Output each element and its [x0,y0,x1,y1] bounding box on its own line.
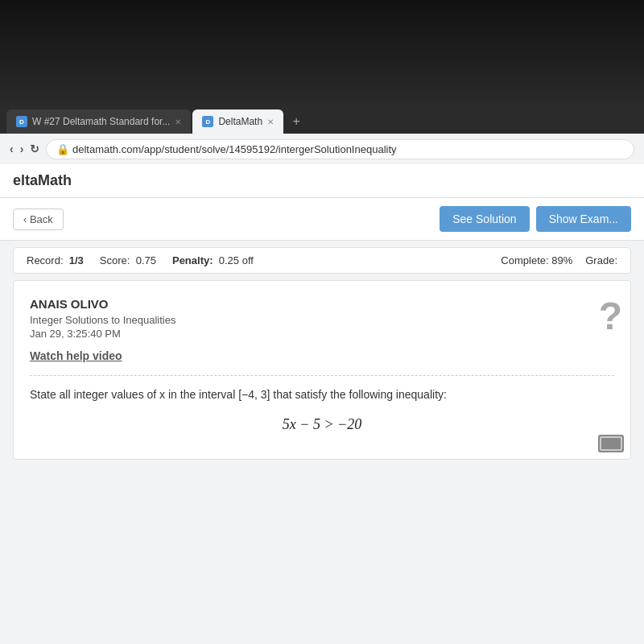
back-nav-button[interactable]: ‹ [10,142,14,155]
student-name: ANAIS OLIVO [30,297,614,311]
score-label: Score: [100,254,130,266]
tab-label-2: DeltaMath [218,116,262,127]
show-examples-button[interactable]: Show Exam... [536,206,631,232]
tab-close-1[interactable]: ✕ [175,118,181,126]
tab-label-1: W #27 Deltamath Standard for... [32,116,170,127]
toolbar: ‹ Back See Solution Show Exam... [0,198,644,241]
tab-favicon-2: D [202,116,213,127]
score-value: 0.75 [136,254,156,266]
problem-type: Integer Solutions to Inequalities [30,314,614,326]
site-title: eltaMath [13,172,72,188]
math-equation: 5x − 5 > −20 [30,416,614,433]
url-input[interactable]: 🔒 deltamath.com/app/student/solve/145951… [46,139,634,159]
see-solution-button[interactable]: See Solution [440,206,529,232]
back-button-label: ‹ Back [23,213,53,225]
back-button[interactable]: ‹ Back [13,208,64,230]
address-bar: ‹ › ↻ 🔒 deltamath.com/app/student/solve/… [0,134,644,164]
timestamp: Jan 29, 3:25:40 PM [30,328,614,340]
record-bar-left: Record: 1/3 Score: 0.75 Penalty: 0.25 of… [27,254,254,266]
tab-favicon-1: D [16,116,27,127]
watch-help-link[interactable]: Watch help video [30,349,614,362]
see-solution-label: See Solution [452,213,516,225]
new-tab-icon: + [292,114,299,129]
penalty-field: Penalty: 0.25 off [172,254,254,266]
site-header: eltaMath [0,164,644,198]
forward-nav-button[interactable]: › [20,142,24,155]
problem-text: State all integer values of x in the int… [30,386,614,403]
tab-close-2[interactable]: ✕ [267,118,274,126]
problem-card: ? ANAIS OLIVO Integer Solutions to Inequ… [13,280,631,460]
show-examples-label: Show Exam... [549,213,618,225]
keyboard-icon [598,435,624,452]
url-text: deltamath.com/app/student/solve/14595192… [72,143,397,155]
score-field: Score: 0.75 [100,254,156,266]
dark-background [0,0,644,105]
divider [30,375,614,376]
record-value: 1/3 [69,254,84,266]
penalty-label: Penalty: [172,254,213,266]
record-field: Record: 1/3 [27,254,84,266]
refresh-nav-button[interactable]: ↻ [30,142,39,155]
new-tab-button[interactable]: + [285,110,308,133]
record-bar: Record: 1/3 Score: 0.75 Penalty: 0.25 of… [13,247,631,274]
penalty-value: 0.25 off [219,254,254,266]
tab-active[interactable]: D DeltaMath ✕ [192,109,283,134]
page-content: eltaMath ‹ Back See Solution Show Exam..… [0,164,644,644]
tab-inactive[interactable]: D W #27 Deltamath Standard for... ✕ [6,109,191,134]
tab-bar: D W #27 Deltamath Standard for... ✕ D De… [0,105,644,134]
grade-field: Grade: [585,254,617,266]
question-mark-icon: ? [599,294,622,338]
browser-chrome: D W #27 Deltamath Standard for... ✕ D De… [0,105,644,164]
complete-field: Complete: 89% [501,254,572,266]
record-bar-right: Complete: 89% Grade: [501,254,617,266]
record-label: Record: [27,254,64,266]
